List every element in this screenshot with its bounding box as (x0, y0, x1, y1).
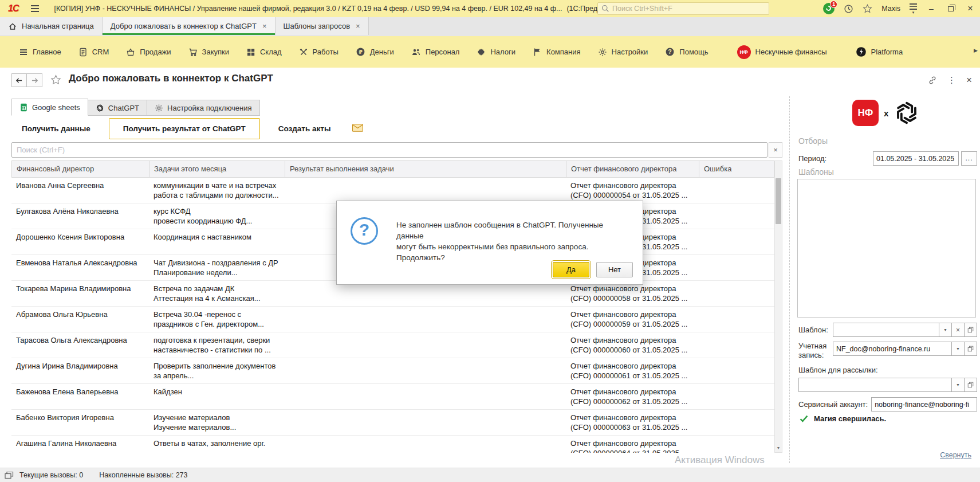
menu-item-main[interactable]: Главное (10, 36, 70, 68)
yes-button[interactable]: Да (553, 262, 589, 277)
nf-icon: НФ (737, 45, 751, 59)
nav-back-button[interactable] (11, 73, 27, 87)
table-row[interactable]: Баженова Елена Валерьевна Кайдзен Отчет … (11, 384, 774, 410)
tab-close-icon[interactable]: × (356, 22, 360, 30)
tab-connection-settings[interactable]: Настройка подключения (147, 100, 260, 116)
current-calls-label: Текущие вызовы: (19, 471, 77, 479)
template-open-icon[interactable] (965, 323, 977, 337)
menu-item-staff[interactable]: Персонал (403, 36, 469, 68)
account-label: Учетная запись: (798, 342, 831, 360)
search-clear-button[interactable]: × (769, 142, 782, 158)
close-form-icon[interactable]: × (966, 75, 972, 86)
nav-forward-button[interactable] (27, 73, 42, 87)
table-row[interactable]: Тарасова Ольга Александровна подготовка … (11, 332, 774, 358)
mailing-dropdown-icon[interactable]: ▼ (952, 378, 965, 392)
calls-icon[interactable] (5, 471, 14, 479)
cfo-name-cell: Токарева Марина Владимировна (11, 281, 149, 306)
tools-menu-icon[interactable]: ▼ (910, 3, 917, 14)
period-field[interactable]: 01.05.2025 - 31.05.2025 (873, 151, 959, 166)
logo-separator: x (884, 108, 888, 118)
menu-item-crm[interactable]: CRM (70, 36, 118, 68)
menu-item-help[interactable]: ? Помощь (656, 36, 717, 68)
tab-chatgpt-connector[interactable]: Добро пожаловать в коннектор к ChatGPT × (103, 17, 275, 35)
column-header[interactable]: Результат выполнения задачи (285, 161, 566, 177)
global-search[interactable] (597, 2, 769, 15)
menu-item-money[interactable]: ₽ Деньги (347, 36, 403, 68)
table-search-input[interactable] (11, 142, 768, 158)
collapse-link[interactable]: Свернуть (940, 451, 971, 459)
table-row[interactable]: Абрамова Ольга Юрьевна Встреча 30.04 -пе… (11, 307, 774, 332)
tab-close-icon[interactable]: × (262, 22, 267, 30)
account-open-icon[interactable] (965, 342, 977, 356)
report-cell: Отчет финансового директора(CFO) 0000000… (566, 384, 699, 409)
menu-item-purchases[interactable]: Закупки (180, 36, 238, 68)
table-search-row: × (11, 142, 782, 158)
minimize-button[interactable]: – (926, 4, 936, 13)
account-dropdown-icon[interactable]: ▼ (952, 342, 965, 356)
tasks-cell: коммуникации в чате и на встречахработа … (149, 178, 285, 203)
more-actions-icon[interactable]: ⋮ (947, 75, 956, 85)
global-search-input[interactable] (612, 5, 755, 13)
templates-list[interactable] (797, 179, 976, 318)
table-row[interactable]: Бабенко Виктория Игоревна Изучение матер… (11, 410, 774, 436)
period-more-button[interactable]: ... (961, 151, 977, 166)
1c-logo-icon: 1С (8, 3, 18, 14)
menu-item-settings[interactable]: Настройки (589, 36, 657, 68)
error-cell (699, 358, 774, 383)
template-dropdown-icon[interactable]: ▼ (939, 323, 952, 337)
title-bar: 1С [КОПИЯ] УНФ - НЕСКУЧНЫЕ ФИНАНСЫ / Упр… (0, 0, 980, 17)
cfo-name-cell: Бабенко Виктория Игоревна (11, 410, 149, 435)
table-row[interactable]: Иванова Анна Сергеевна коммуникации в ча… (11, 178, 774, 203)
menu-item-platforma[interactable]: Platforma (847, 36, 912, 68)
templates-section-label: Шаблоны (798, 167, 834, 177)
user-name[interactable]: Maxis (881, 5, 900, 13)
money-icon: ₽ (356, 47, 365, 57)
template-field[interactable] (833, 323, 939, 337)
envelope-icon[interactable] (352, 124, 363, 134)
table-row[interactable]: Дугина Ирина Владимировна Проверить запо… (11, 358, 774, 384)
column-header[interactable]: Финансовый директор (12, 161, 149, 177)
panel-splitter[interactable] (789, 96, 790, 463)
table-scrollbar[interactable]: ▼ (774, 160, 782, 453)
history-icon[interactable] (844, 4, 853, 14)
menu-item-company[interactable]: Компания (524, 36, 589, 68)
favorites-star-icon[interactable] (863, 4, 872, 13)
menu-overflow-icon[interactable]: ▶ (974, 48, 978, 53)
favorite-star-icon[interactable] (50, 75, 61, 87)
notifications-icon[interactable]: 1 (823, 3, 835, 14)
mailing-open-icon[interactable] (965, 378, 977, 392)
menu-item-works[interactable]: Работы (290, 36, 347, 68)
report-cell: Отчет финансового директора(CFO) 0000000… (566, 307, 699, 332)
no-button[interactable]: Нет (596, 262, 633, 277)
restore-button[interactable] (946, 4, 956, 13)
mailing-template-field[interactable] (798, 378, 952, 392)
create-acts-button[interactable]: Создать акты (268, 119, 341, 139)
tab-google-sheets[interactable]: Google sheets (11, 99, 88, 116)
tab-home[interactable]: Начальная страница (0, 17, 103, 35)
get-link-icon[interactable] (928, 76, 937, 85)
period-label: Период: (798, 154, 826, 163)
close-window-button[interactable]: × (965, 3, 975, 14)
cfo-name-cell: Тарасова Ольга Александровна (11, 332, 149, 358)
get-chatgpt-result-button[interactable]: Получить результат от ChatGPT (109, 118, 260, 139)
menu-item-warehouse[interactable]: Склад (238, 36, 290, 68)
scroll-down-icon[interactable]: ▼ (775, 444, 782, 452)
get-data-button[interactable]: Получить данные (11, 119, 101, 139)
tab-chatgpt[interactable]: ChatGPT (88, 100, 147, 116)
service-account-field[interactable]: noboring-finance@noboring-fi (871, 397, 977, 412)
column-header[interactable]: Отчет финансового директора (566, 161, 699, 177)
table-row[interactable]: Агашина Галина Николаевна Ответы в чатах… (11, 436, 774, 453)
scrollbar-thumb[interactable] (776, 178, 781, 224)
notification-badge: 1 (830, 1, 837, 8)
column-header[interactable]: Задачи этого месяца (149, 161, 285, 177)
menu-item-noboring-finance[interactable]: НФ Нескучные финансы (729, 36, 836, 68)
tab-request-templates[interactable]: Шаблоны запросов × (275, 17, 369, 35)
command-bar: Получить данные Получить результат от Ch… (11, 116, 363, 141)
error-cell (699, 384, 774, 409)
template-clear-icon[interactable]: × (952, 323, 965, 337)
account-field[interactable]: NF_doc@noboring-finance.ru (833, 342, 952, 356)
column-header[interactable]: Ошибка (699, 161, 774, 177)
main-menu-icon[interactable] (31, 5, 39, 12)
menu-item-taxes[interactable]: Налоги (468, 36, 524, 68)
menu-item-sales[interactable]: Продажи (117, 36, 179, 68)
